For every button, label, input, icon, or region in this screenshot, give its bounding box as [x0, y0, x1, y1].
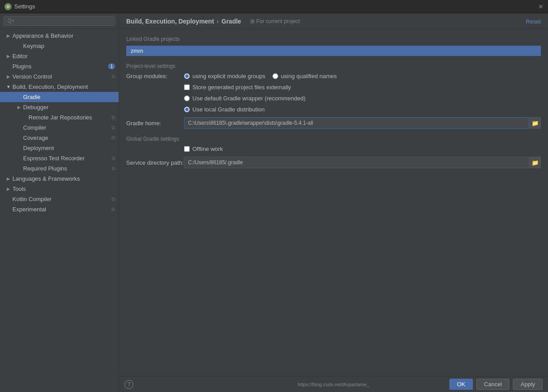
copy-icon: ⧉ [112, 166, 115, 171]
store-files-label[interactable]: Store generated project files externally [184, 84, 291, 91]
breadcrumb-current: Gradle [221, 18, 241, 25]
for-project-text: For current project [256, 18, 300, 24]
reset-button[interactable]: Reset [526, 18, 541, 25]
sidebar-item-compiler[interactable]: ▶ Compiler ⧉ [0, 123, 119, 133]
project-settings-section: Project-level settings Group modules: us… [126, 63, 541, 129]
sidebar-item-label: Version Control [12, 73, 52, 80]
sidebar-item-label: Build, Execution, Deployment [12, 83, 88, 90]
gradle-home-row: Gradle home: 📁 [126, 117, 541, 129]
bottom-bar: ? https://blog.csdn.net/Aspartame_ OK Ca… [119, 376, 548, 392]
search-bar [0, 13, 119, 29]
radio-qualified[interactable]: using qualified names [272, 73, 337, 79]
service-directory-label: Service directory path: [126, 159, 184, 166]
content-body: Linked Gradle projects zmm Project-level… [119, 29, 548, 376]
sidebar-item-label: Coverage [23, 135, 48, 141]
sidebar-item-appearance[interactable]: ▶ Appearance & Behavior [0, 31, 119, 41]
sidebar-item-gradle[interactable]: ▶ Gradle ⧉ [0, 92, 119, 102]
sidebar-item-label: Editor [12, 53, 28, 59]
sidebar-item-label: Deployment [23, 145, 54, 151]
sidebar-item-label: Remote Jar Repositories [28, 114, 92, 121]
search-input[interactable] [4, 16, 115, 26]
copy-icon: ⧉ [112, 94, 115, 100]
radio-explicit-input[interactable] [184, 73, 190, 79]
title-bar: ⚙ Settings ✕ [0, 0, 548, 13]
local-dist-text: Use local Gradle distribution [192, 106, 265, 113]
group-modules-row: Group modules: using explicit module gro… [126, 73, 541, 79]
local-dist-row: Use local Gradle distribution [126, 106, 541, 113]
radio-qualified-input[interactable] [272, 73, 278, 79]
content-header: Build, Execution, Deployment › Gradle ⊞ … [119, 13, 548, 29]
breadcrumb-separator: › [217, 18, 219, 25]
gradle-home-folder-button[interactable]: 📁 [529, 117, 541, 129]
ok-button[interactable]: OK [449, 379, 473, 390]
group-modules-label: Group modules: [126, 73, 184, 79]
radio-explicit[interactable]: using explicit module groups [184, 73, 265, 79]
app-icon: ⚙ [4, 3, 12, 10]
arrow-icon: ▶ [16, 104, 22, 111]
arrow-icon: ▶ [5, 33, 12, 39]
url-text: https://blog.csdn.net/Aspartame_ [298, 382, 369, 387]
copy-icon: ⧉ [112, 135, 115, 141]
sidebar-item-keymap[interactable]: ▶ Keymap [0, 41, 119, 51]
content-area: Build, Execution, Deployment › Gradle ⊞ … [119, 13, 548, 392]
global-settings-section: Global Gradle settings Offline work Serv… [126, 136, 541, 168]
breadcrumb: Build, Execution, Deployment › Gradle [126, 18, 241, 25]
sidebar-item-experimental[interactable]: ▶ Experimental ⧉ [0, 204, 119, 214]
cancel-button[interactable]: Cancel [476, 379, 509, 390]
sidebar-item-label: Tools [12, 186, 26, 192]
linked-projects-section: Linked Gradle projects zmm [126, 36, 541, 56]
radio-qualified-label: using qualified names [281, 73, 337, 79]
close-button[interactable]: ✕ [538, 3, 544, 10]
sidebar-item-kotlin[interactable]: ▶ Kotlin Compiler ⧉ [0, 194, 119, 204]
sidebar-item-required-plugins[interactable]: ▶ Required Plugins ⧉ [0, 163, 119, 174]
copy-icon: ⧉ [112, 125, 115, 131]
window-title: Settings [14, 3, 35, 10]
sidebar-item-version-control[interactable]: ▶ Version Control ⧉ [0, 71, 119, 82]
sidebar-item-espresso[interactable]: ▶ Espresso Test Recorder ⧉ [0, 153, 119, 163]
offline-work-row: Offline work [126, 146, 541, 152]
copy-icon: ⧉ [112, 155, 115, 161]
default-wrapper-text: Use default Gradle wrapper (recommended) [192, 95, 305, 102]
breadcrumb-part1: Build, Execution, Deployment [126, 18, 214, 25]
copy-icon: ⧉ [112, 115, 115, 120]
arrow-icon: ▶ [5, 176, 12, 182]
sidebar-item-label: Keymap [23, 43, 44, 49]
sidebar-item-remote-jar[interactable]: ▶ Remote Jar Repositories ⧉ [0, 112, 119, 123]
for-project-label: ⊞ For current project [250, 18, 300, 24]
sidebar-item-build[interactable]: ▼ Build, Execution, Deployment [0, 82, 119, 92]
offline-work-label[interactable]: Offline work [184, 146, 223, 152]
radio-explicit-label: using explicit module groups [192, 73, 265, 79]
store-files-checkbox[interactable] [184, 84, 190, 90]
sidebar-item-editor[interactable]: ▶ Editor [0, 51, 119, 61]
apply-button[interactable]: Apply [513, 379, 543, 390]
local-dist-label[interactable]: Use local Gradle distribution [184, 106, 265, 113]
sidebar-item-label: Debugger [23, 104, 48, 111]
arrow-icon: ▶ [5, 74, 12, 80]
sidebar-item-label: Required Plugins [23, 165, 67, 172]
main-layout: ▶ Appearance & Behavior ▶ Keymap ▶ Edito… [0, 13, 548, 392]
service-directory-input[interactable] [184, 157, 529, 168]
sidebar-item-deployment[interactable]: ▶ Deployment [0, 143, 119, 153]
arrow-icon: ▶ [5, 53, 12, 59]
sidebar-item-plugins[interactable]: ▶ Plugins 1 [0, 61, 119, 71]
sidebar-item-label: Appearance & Behavior [12, 32, 73, 39]
plugins-badge: 1 [108, 63, 115, 69]
sidebar-item-languages[interactable]: ▶ Languages & Frameworks [0, 174, 119, 184]
sidebar-item-debugger[interactable]: ▶ Debugger [0, 102, 119, 112]
sidebar-item-label: Languages & Frameworks [12, 175, 80, 182]
sidebar-item-tools[interactable]: ▶ Tools [0, 184, 119, 194]
default-wrapper-radio[interactable] [184, 95, 190, 101]
sidebar-item-label: Gradle [23, 94, 40, 100]
offline-work-checkbox[interactable] [184, 146, 190, 152]
help-button[interactable]: ? [124, 380, 133, 389]
default-wrapper-label[interactable]: Use default Gradle wrapper (recommended) [184, 95, 305, 102]
project-list-item[interactable]: zmm [126, 46, 541, 56]
sidebar-item-label: Kotlin Compiler [12, 196, 52, 202]
service-directory-folder-button[interactable]: 📁 [529, 157, 541, 168]
sidebar-item-label: Espresso Test Recorder [23, 155, 85, 162]
gradle-home-input[interactable] [184, 117, 529, 129]
sidebar-item-coverage[interactable]: ▶ Coverage ⧉ [0, 133, 119, 143]
store-files-text: Store generated project files externally [192, 84, 291, 91]
local-dist-radio[interactable] [184, 107, 190, 112]
sidebar-item-label: Plugins [12, 63, 32, 70]
